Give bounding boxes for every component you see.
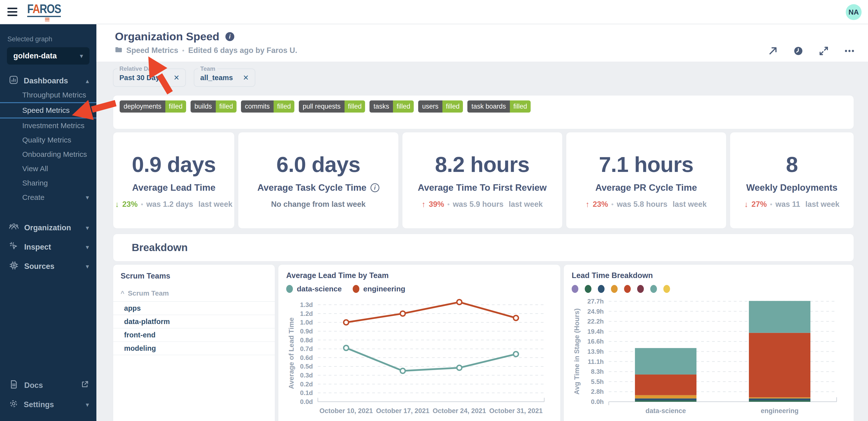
status-badge-builds: buildsfilled (191, 101, 237, 113)
filter-team[interactable]: Team all_teams ✕ (194, 68, 255, 87)
chevron-down-icon: ▾ (86, 194, 89, 201)
legend-dot-8[interactable] (663, 285, 670, 293)
svg-text:Average of Lead Time: Average of Lead Time (287, 317, 295, 389)
legend-dot-6[interactable] (637, 285, 644, 293)
metric-label: Average Lead Time (132, 183, 216, 193)
svg-text:24.9h: 24.9h (587, 308, 604, 315)
trend-down-icon: ↓ (115, 200, 119, 209)
sidebar-item-label: Inspect (24, 243, 80, 252)
sidebar-item-create[interactable]: Create▾ (0, 190, 96, 204)
metric-period: last week (509, 200, 543, 209)
delta-separator: • (770, 201, 772, 208)
delta-separator: • (447, 201, 450, 208)
sidebar-nav: Dashboards ▴ Throughput MetricsSpeed Met… (0, 74, 96, 279)
metric-period: last week (673, 200, 707, 209)
inspect-icon (9, 241, 19, 253)
close-icon[interactable]: ✕ (243, 74, 249, 82)
metric-delta: ↓23%•was 1.2 dayslast week (115, 200, 232, 209)
history-icon[interactable] (793, 46, 804, 57)
badge-name: builds (191, 101, 216, 113)
graph-select-dropdown[interactable]: golden-data ▾ (7, 47, 90, 64)
organization-icon (9, 222, 19, 234)
chevron-down-icon: ▾ (86, 401, 89, 408)
svg-text:19.4h: 19.4h (587, 328, 604, 335)
metric-value: 7.1 hours (599, 152, 693, 177)
metrics-row: 0.9 daysAverage Lead Time↓23%•was 1.2 da… (113, 132, 854, 229)
scrum-teams-panel: Scrum Teams ^ Scrum Team appsdata-platfo… (113, 264, 275, 421)
gear-icon (9, 399, 18, 410)
sidebar-item-label: Throughput Metrics (22, 91, 86, 99)
sidebar-item-sources[interactable]: Sources▾ (0, 259, 96, 273)
chevron-down-icon: ▾ (86, 225, 89, 231)
edited-status-text: Edited 6 days ago by Faros U. (188, 46, 297, 55)
sidebar-item-speed-metrics[interactable]: Speed Metrics (0, 102, 96, 118)
sidebar-item-settings[interactable]: Settings ▾ (0, 398, 96, 412)
scrum-team-row-front-end[interactable]: front-end (113, 329, 275, 342)
info-icon[interactable]: i (370, 183, 379, 192)
page-title: Organization Speed (115, 30, 219, 43)
faros-logo-text: FAROS (27, 3, 61, 17)
sidebar-item-view-all[interactable]: View All (0, 162, 96, 176)
badge-status: filled (393, 101, 414, 113)
metric-value: 6.0 days (276, 152, 360, 177)
close-icon[interactable]: ✕ (174, 74, 180, 82)
svg-text:0.8d: 0.8d (300, 336, 313, 344)
metric-delta-pct: 23% (593, 200, 608, 209)
scrum-table-body: appsdata-platformfront-endmodeling (113, 302, 275, 355)
metric-card-weekly-deployments: 8Weekly Deployments↓27%•was 11last week (730, 132, 854, 229)
badge-status: filled (510, 101, 531, 113)
sidebar-item-label: Quality Metrics (22, 136, 71, 144)
legend-dot-7[interactable] (650, 285, 657, 293)
scrum-team-row-modeling[interactable]: modeling (113, 342, 275, 355)
faros-logo[interactable]: FAROS (27, 3, 67, 21)
legend-item-data-science[interactable]: data-science (286, 285, 342, 293)
external-link-icon (81, 380, 89, 391)
sidebar-item-docs[interactable]: Docs (0, 378, 96, 392)
svg-text:October 31, 2021: October 31, 2021 (489, 407, 542, 415)
legend-dot (286, 285, 293, 293)
legend-dot-3[interactable] (598, 285, 604, 293)
sidebar-item-investment-metrics[interactable]: Investment Metrics (0, 118, 96, 133)
breadcrumb-dashboard-link[interactable]: Speed Metrics (126, 46, 178, 55)
legend-item-engineering[interactable]: engineering (353, 285, 405, 293)
bar-chart-legend (572, 284, 846, 294)
faros-logo-lighthouse-icon (45, 18, 50, 21)
sidebar-item-label: Sources (24, 262, 80, 271)
hamburger-menu-icon[interactable] (7, 6, 17, 18)
info-icon[interactable]: i (225, 32, 234, 41)
sidebar-item-sharing[interactable]: Sharing (0, 176, 96, 190)
legend-dot-5[interactable] (624, 285, 631, 293)
avatar[interactable]: NA (846, 4, 862, 20)
sidebar-item-dashboards[interactable]: Dashboards ▴ (0, 74, 96, 88)
filter-relative-date[interactable]: Relative Date Past 30 Days ✕ (113, 68, 186, 87)
scrum-table-header[interactable]: ^ Scrum Team (113, 289, 275, 302)
legend-dot-1[interactable] (572, 285, 578, 293)
status-badge-commits: commitsfilled (241, 101, 294, 113)
sidebar-item-throughput-metrics[interactable]: Throughput Metrics (0, 88, 96, 102)
legend-dot-2[interactable] (585, 285, 591, 293)
metric-card-average-time-to-first-review: 8.2 hoursAverage Time To First Review↑39… (402, 132, 562, 229)
legend-dot-4[interactable] (611, 285, 618, 293)
badge-status: filled (216, 101, 237, 113)
metric-card-average-task-cycle-time: 6.0 daysAverage Task Cycle TimeiNo chang… (238, 132, 398, 229)
page-header: Organization Speed i Speed Metrics • Edi… (96, 24, 868, 62)
expand-icon[interactable] (818, 46, 829, 57)
chevron-up-icon: ▴ (86, 78, 89, 84)
share-icon[interactable] (768, 46, 778, 57)
svg-text:0.0h: 0.0h (591, 398, 604, 405)
sidebar-item-onboarding-metrics[interactable]: Onboarding Metrics (0, 147, 96, 162)
sidebar-item-inspect[interactable]: Inspect▾ (0, 240, 96, 254)
svg-text:11.1h: 11.1h (588, 358, 604, 365)
sidebar-item-quality-metrics[interactable]: Quality Metrics (0, 133, 96, 147)
metric-delta: ↑23%•was 5.8 hourslast week (586, 200, 707, 209)
sort-caret-icon[interactable]: ^ (121, 290, 124, 297)
lead-time-breakdown-panel: Lead Time Breakdown 27.7h24.9h22.2h19.4h… (563, 264, 854, 421)
sidebar-item-organization[interactable]: Organization▾ (0, 221, 96, 235)
metric-prev-value: was 1.2 days (146, 200, 193, 209)
status-badge-pull-requests: pull requestsfilled (299, 101, 365, 113)
svg-text:8.3h: 8.3h (591, 368, 604, 375)
svg-text:0.1d: 0.1d (300, 389, 313, 396)
scrum-team-row-apps[interactable]: apps (113, 302, 275, 315)
more-icon[interactable] (844, 46, 855, 57)
scrum-team-row-data-platform[interactable]: data-platform (113, 315, 275, 329)
